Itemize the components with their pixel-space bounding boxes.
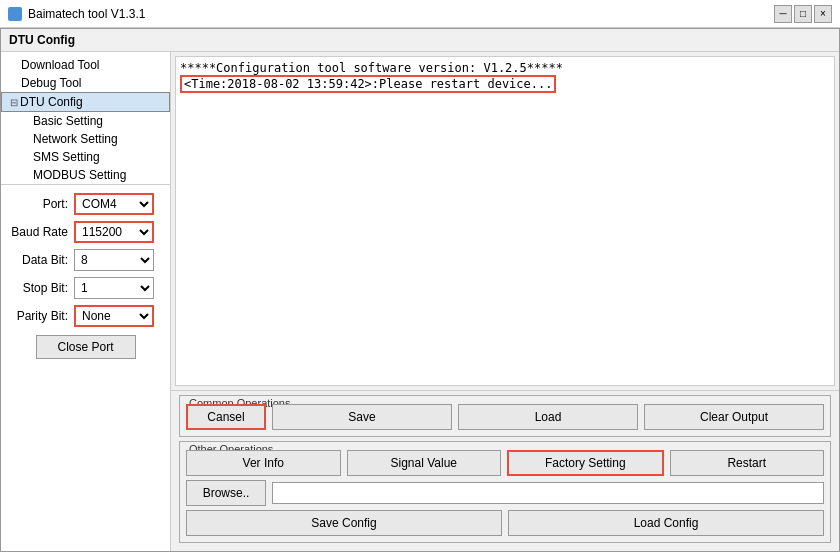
stopbit-label: Stop Bit: [9, 281, 74, 295]
common-ops-group: Common Operations Cansel Save Load Clear… [179, 395, 831, 437]
log-area: *****Configuration tool software version… [175, 56, 835, 386]
sidebar-item-dtu-config[interactable]: ⊟ DTU Config [1, 92, 170, 112]
window-controls: ─ □ × [774, 5, 832, 23]
browse-text-input[interactable] [272, 482, 824, 504]
databit-select[interactable]: 8 7 [74, 249, 154, 271]
sidebar-item-sms-setting[interactable]: SMS Setting [1, 148, 170, 166]
log-highlight: <Time:2018-08-02 13:59:42>:Please restar… [180, 75, 556, 93]
sidebar-label-debug-tool: Debug Tool [21, 76, 82, 90]
window-header: DTU Config [1, 29, 839, 52]
parity-row: Parity Bit: None Odd Even [9, 305, 162, 327]
port-select[interactable]: COM4 COM1 COM2 COM3 COM5 [74, 193, 154, 215]
browse-button[interactable]: Browse.. [186, 480, 266, 506]
config-row: Save Config Load Config [186, 510, 824, 536]
app-window: DTU Config Download Tool Debug Tool ⊟ DT… [0, 28, 840, 552]
databit-row: Data Bit: 8 7 [9, 249, 162, 271]
ver-info-button[interactable]: Ver Info [186, 450, 341, 476]
baud-row: Baud Rate 115200 9600 19200 38400 57600 [9, 221, 162, 243]
common-ops-row: Cansel Save Load Clear Output [186, 404, 824, 430]
title-bar: Baimatech tool V1.3.1 ─ □ × [0, 0, 840, 28]
sidebar-bottom: Port: COM4 COM1 COM2 COM3 COM5 Baud Rate… [1, 184, 170, 375]
sidebar-label-sms-setting: SMS Setting [33, 150, 100, 164]
port-label: Port: [9, 197, 74, 211]
baud-select[interactable]: 115200 9600 19200 38400 57600 [74, 221, 154, 243]
other-ops-row1: Ver Info Signal Value Factory Setting Re… [186, 450, 824, 476]
databit-label: Data Bit: [9, 253, 74, 267]
sidebar-label-network-setting: Network Setting [33, 132, 118, 146]
signal-value-button[interactable]: Signal Value [347, 450, 502, 476]
app-icon [8, 7, 22, 21]
expand-icon-dtu: ⊟ [10, 97, 18, 108]
right-panel: *****Configuration tool software version… [171, 52, 839, 551]
parity-select[interactable]: None Odd Even [74, 305, 154, 327]
clear-output-button[interactable]: Clear Output [644, 404, 824, 430]
sidebar-label-dtu-config: DTU Config [20, 95, 83, 109]
baud-label: Baud Rate [9, 225, 74, 239]
stopbit-row: Stop Bit: 1 2 [9, 277, 162, 299]
save-config-button[interactable]: Save Config [186, 510, 502, 536]
load-button[interactable]: Load [458, 404, 638, 430]
main-content: Download Tool Debug Tool ⊟ DTU Config Ba… [1, 52, 839, 551]
stopbit-select[interactable]: 1 2 [74, 277, 154, 299]
log-line-2: <Time:2018-08-02 13:59:42>:Please restar… [180, 75, 830, 93]
browse-row: Browse.. [186, 480, 824, 506]
save-button[interactable]: Save [272, 404, 452, 430]
cancel-button[interactable]: Cansel [186, 404, 266, 430]
operations-panel: Common Operations Cansel Save Load Clear… [171, 390, 839, 551]
parity-label: Parity Bit: [9, 309, 74, 323]
load-config-button[interactable]: Load Config [508, 510, 824, 536]
app-title: Baimatech tool V1.3.1 [28, 7, 145, 21]
close-button[interactable]: × [814, 5, 832, 23]
sidebar-item-debug-tool[interactable]: Debug Tool [1, 74, 170, 92]
maximize-button[interactable]: □ [794, 5, 812, 23]
port-row: Port: COM4 COM1 COM2 COM3 COM5 [9, 193, 162, 215]
minimize-button[interactable]: ─ [774, 5, 792, 23]
sidebar-item-download-tool[interactable]: Download Tool [1, 56, 170, 74]
sidebar-label-download-tool: Download Tool [21, 58, 100, 72]
sidebar-label-modbus-setting: MODBUS Setting [33, 168, 126, 182]
sidebar: Download Tool Debug Tool ⊟ DTU Config Ba… [1, 52, 171, 551]
close-port-button[interactable]: Close Port [36, 335, 136, 359]
sidebar-item-network-setting[interactable]: Network Setting [1, 130, 170, 148]
other-ops-group: Other Operations Ver Info Signal Value F… [179, 441, 831, 543]
sidebar-item-modbus-setting[interactable]: MODBUS Setting [1, 166, 170, 184]
restart-button[interactable]: Restart [670, 450, 825, 476]
window-title: DTU Config [9, 33, 75, 47]
factory-setting-button[interactable]: Factory Setting [507, 450, 664, 476]
sidebar-label-basic-setting: Basic Setting [33, 114, 103, 128]
sidebar-item-basic-setting[interactable]: Basic Setting [1, 112, 170, 130]
log-line-1: *****Configuration tool software version… [180, 61, 830, 75]
